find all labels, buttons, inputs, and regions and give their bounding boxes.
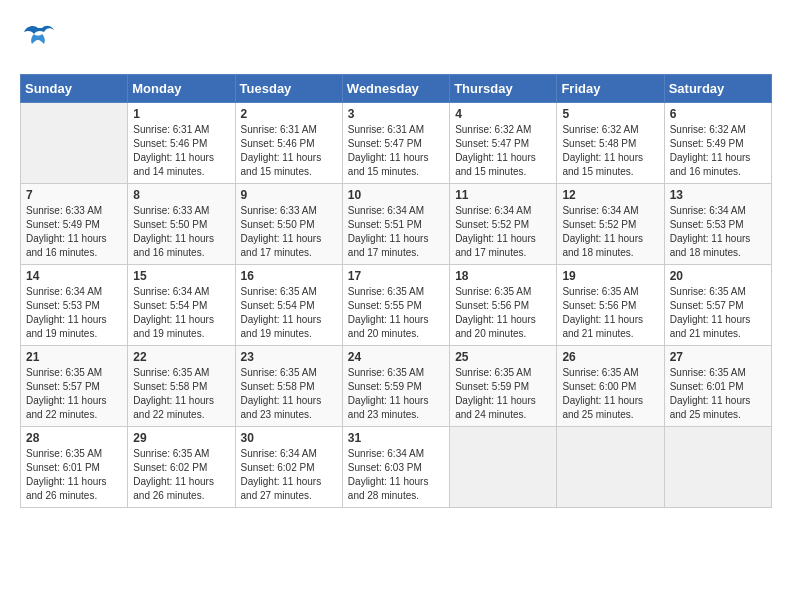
weekday-header-row: SundayMondayTuesdayWednesdayThursdayFrid…: [21, 75, 772, 103]
weekday-header-saturday: Saturday: [664, 75, 771, 103]
day-info: Sunrise: 6:32 AMSunset: 5:48 PMDaylight:…: [562, 123, 658, 179]
calendar-cell: 27Sunrise: 6:35 AMSunset: 6:01 PMDayligh…: [664, 346, 771, 427]
day-info: Sunrise: 6:35 AMSunset: 6:01 PMDaylight:…: [670, 366, 766, 422]
weekday-header-sunday: Sunday: [21, 75, 128, 103]
day-info: Sunrise: 6:35 AMSunset: 5:54 PMDaylight:…: [241, 285, 337, 341]
calendar-cell: 15Sunrise: 6:34 AMSunset: 5:54 PMDayligh…: [128, 265, 235, 346]
calendar-cell: 1Sunrise: 6:31 AMSunset: 5:46 PMDaylight…: [128, 103, 235, 184]
calendar-cell: 17Sunrise: 6:35 AMSunset: 5:55 PMDayligh…: [342, 265, 449, 346]
day-info: Sunrise: 6:32 AMSunset: 5:47 PMDaylight:…: [455, 123, 551, 179]
week-row-5: 28Sunrise: 6:35 AMSunset: 6:01 PMDayligh…: [21, 427, 772, 508]
day-number: 26: [562, 350, 658, 364]
day-info: Sunrise: 6:35 AMSunset: 5:56 PMDaylight:…: [455, 285, 551, 341]
day-number: 2: [241, 107, 337, 121]
weekday-header-friday: Friday: [557, 75, 664, 103]
logo-bird-icon: [20, 20, 56, 56]
day-info: Sunrise: 6:34 AMSunset: 5:54 PMDaylight:…: [133, 285, 229, 341]
day-number: 30: [241, 431, 337, 445]
day-number: 31: [348, 431, 444, 445]
day-number: 7: [26, 188, 122, 202]
day-info: Sunrise: 6:33 AMSunset: 5:49 PMDaylight:…: [26, 204, 122, 260]
calendar-cell: 9Sunrise: 6:33 AMSunset: 5:50 PMDaylight…: [235, 184, 342, 265]
day-info: Sunrise: 6:35 AMSunset: 6:00 PMDaylight:…: [562, 366, 658, 422]
day-number: 8: [133, 188, 229, 202]
day-number: 5: [562, 107, 658, 121]
day-info: Sunrise: 6:34 AMSunset: 6:03 PMDaylight:…: [348, 447, 444, 503]
day-number: 4: [455, 107, 551, 121]
day-number: 1: [133, 107, 229, 121]
calendar-cell: 25Sunrise: 6:35 AMSunset: 5:59 PMDayligh…: [450, 346, 557, 427]
calendar-cell: 21Sunrise: 6:35 AMSunset: 5:57 PMDayligh…: [21, 346, 128, 427]
day-number: 12: [562, 188, 658, 202]
day-info: Sunrise: 6:35 AMSunset: 6:02 PMDaylight:…: [133, 447, 229, 503]
week-row-1: 1Sunrise: 6:31 AMSunset: 5:46 PMDaylight…: [21, 103, 772, 184]
weekday-header-wednesday: Wednesday: [342, 75, 449, 103]
day-info: Sunrise: 6:34 AMSunset: 5:53 PMDaylight:…: [670, 204, 766, 260]
week-row-2: 7Sunrise: 6:33 AMSunset: 5:49 PMDaylight…: [21, 184, 772, 265]
calendar-cell: 13Sunrise: 6:34 AMSunset: 5:53 PMDayligh…: [664, 184, 771, 265]
day-number: 11: [455, 188, 551, 202]
calendar-cell: 23Sunrise: 6:35 AMSunset: 5:58 PMDayligh…: [235, 346, 342, 427]
calendar-cell: [21, 103, 128, 184]
calendar-cell: 28Sunrise: 6:35 AMSunset: 6:01 PMDayligh…: [21, 427, 128, 508]
calendar-cell: 29Sunrise: 6:35 AMSunset: 6:02 PMDayligh…: [128, 427, 235, 508]
day-info: Sunrise: 6:32 AMSunset: 5:49 PMDaylight:…: [670, 123, 766, 179]
calendar-cell: 2Sunrise: 6:31 AMSunset: 5:46 PMDaylight…: [235, 103, 342, 184]
day-info: Sunrise: 6:33 AMSunset: 5:50 PMDaylight:…: [133, 204, 229, 260]
day-info: Sunrise: 6:31 AMSunset: 5:46 PMDaylight:…: [241, 123, 337, 179]
day-info: Sunrise: 6:35 AMSunset: 5:57 PMDaylight:…: [670, 285, 766, 341]
day-info: Sunrise: 6:34 AMSunset: 5:52 PMDaylight:…: [562, 204, 658, 260]
day-info: Sunrise: 6:35 AMSunset: 5:58 PMDaylight:…: [241, 366, 337, 422]
day-number: 18: [455, 269, 551, 283]
day-info: Sunrise: 6:31 AMSunset: 5:47 PMDaylight:…: [348, 123, 444, 179]
day-info: Sunrise: 6:35 AMSunset: 5:59 PMDaylight:…: [348, 366, 444, 422]
day-number: 9: [241, 188, 337, 202]
day-number: 22: [133, 350, 229, 364]
calendar-cell: 3Sunrise: 6:31 AMSunset: 5:47 PMDaylight…: [342, 103, 449, 184]
calendar-cell: 5Sunrise: 6:32 AMSunset: 5:48 PMDaylight…: [557, 103, 664, 184]
day-number: 14: [26, 269, 122, 283]
day-number: 24: [348, 350, 444, 364]
day-number: 13: [670, 188, 766, 202]
page-header: [20, 20, 772, 64]
day-number: 20: [670, 269, 766, 283]
day-number: 19: [562, 269, 658, 283]
day-info: Sunrise: 6:35 AMSunset: 5:58 PMDaylight:…: [133, 366, 229, 422]
calendar-cell: 16Sunrise: 6:35 AMSunset: 5:54 PMDayligh…: [235, 265, 342, 346]
calendar-cell: 11Sunrise: 6:34 AMSunset: 5:52 PMDayligh…: [450, 184, 557, 265]
calendar-cell: [664, 427, 771, 508]
week-row-3: 14Sunrise: 6:34 AMSunset: 5:53 PMDayligh…: [21, 265, 772, 346]
weekday-header-monday: Monday: [128, 75, 235, 103]
day-number: 28: [26, 431, 122, 445]
day-number: 10: [348, 188, 444, 202]
calendar-cell: 4Sunrise: 6:32 AMSunset: 5:47 PMDaylight…: [450, 103, 557, 184]
calendar-table: SundayMondayTuesdayWednesdayThursdayFrid…: [20, 74, 772, 508]
calendar-cell: 8Sunrise: 6:33 AMSunset: 5:50 PMDaylight…: [128, 184, 235, 265]
day-number: 17: [348, 269, 444, 283]
day-info: Sunrise: 6:35 AMSunset: 5:56 PMDaylight:…: [562, 285, 658, 341]
calendar-cell: 22Sunrise: 6:35 AMSunset: 5:58 PMDayligh…: [128, 346, 235, 427]
day-number: 29: [133, 431, 229, 445]
week-row-4: 21Sunrise: 6:35 AMSunset: 5:57 PMDayligh…: [21, 346, 772, 427]
day-info: Sunrise: 6:31 AMSunset: 5:46 PMDaylight:…: [133, 123, 229, 179]
calendar-cell: 30Sunrise: 6:34 AMSunset: 6:02 PMDayligh…: [235, 427, 342, 508]
calendar-cell: 14Sunrise: 6:34 AMSunset: 5:53 PMDayligh…: [21, 265, 128, 346]
weekday-header-tuesday: Tuesday: [235, 75, 342, 103]
calendar-cell: 26Sunrise: 6:35 AMSunset: 6:00 PMDayligh…: [557, 346, 664, 427]
day-number: 6: [670, 107, 766, 121]
calendar-cell: [450, 427, 557, 508]
logo: [20, 20, 60, 64]
calendar-cell: 7Sunrise: 6:33 AMSunset: 5:49 PMDaylight…: [21, 184, 128, 265]
calendar-cell: 20Sunrise: 6:35 AMSunset: 5:57 PMDayligh…: [664, 265, 771, 346]
day-number: 15: [133, 269, 229, 283]
calendar-cell: [557, 427, 664, 508]
day-info: Sunrise: 6:35 AMSunset: 5:57 PMDaylight:…: [26, 366, 122, 422]
day-info: Sunrise: 6:34 AMSunset: 5:51 PMDaylight:…: [348, 204, 444, 260]
calendar-cell: 10Sunrise: 6:34 AMSunset: 5:51 PMDayligh…: [342, 184, 449, 265]
day-info: Sunrise: 6:35 AMSunset: 5:55 PMDaylight:…: [348, 285, 444, 341]
day-info: Sunrise: 6:33 AMSunset: 5:50 PMDaylight:…: [241, 204, 337, 260]
calendar-cell: 18Sunrise: 6:35 AMSunset: 5:56 PMDayligh…: [450, 265, 557, 346]
day-number: 3: [348, 107, 444, 121]
calendar-cell: 24Sunrise: 6:35 AMSunset: 5:59 PMDayligh…: [342, 346, 449, 427]
calendar-cell: 12Sunrise: 6:34 AMSunset: 5:52 PMDayligh…: [557, 184, 664, 265]
